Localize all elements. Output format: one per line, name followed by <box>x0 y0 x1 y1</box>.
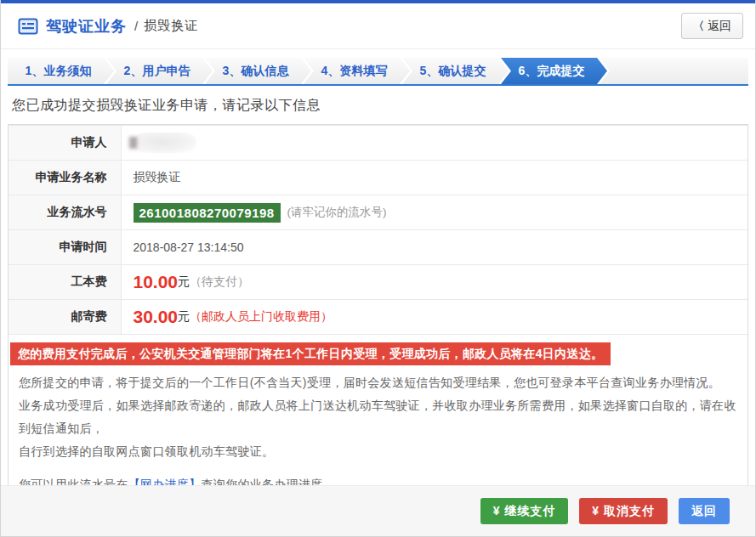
postage-fee-value: 30.00元（邮政人员上门收取费用） <box>121 300 747 335</box>
business-name-value: 损毁换证 <box>121 161 747 195</box>
table-row-business-name: 申请业务名称 损毁换证 <box>9 161 747 195</box>
notice-banner: 您的费用支付完成后，公安机关交通管理部门将在1个工作日内受理，受理成功后，邮政人… <box>10 342 611 365</box>
serial-number-badge: 261001808270079198 <box>134 203 281 223</box>
table-row-serial-number: 业务流水号 261001808270079198 (请牢记你的流水号) <box>9 195 747 230</box>
production-fee-note: （待支付） <box>190 274 249 288</box>
apply-time-label: 申请时间 <box>9 230 121 265</box>
table-row-postage-fee: 邮寄费 30.00元（邮政人员上门收取费用） <box>9 300 747 335</box>
cancel-pay-button[interactable]: ¥ 取消支付 <box>579 498 668 524</box>
result-info-box: 申请人 申请业务名称 损毁换证 业务流水号 261001808270079198… <box>8 124 748 509</box>
step-3-confirm-info: 3、确认信息 <box>205 58 311 84</box>
step-wizard-filler <box>600 58 748 84</box>
serial-number-value: 261001808270079198 (请牢记你的流水号) <box>121 195 747 230</box>
chevron-left-icon: 〈 <box>693 19 704 34</box>
back-button-top[interactable]: 〈 返回 <box>681 13 743 39</box>
production-fee-amount: 10.00 <box>134 272 179 291</box>
notice-banner-wrap: 您的费用支付完成后，公安机关交通管理部门将在1个工作日内受理，受理成功后，邮政人… <box>9 335 747 365</box>
section-title: 驾驶证业务 <box>46 16 127 37</box>
step-6-complete-submit: 6、完成提交 <box>501 58 607 84</box>
postage-fee-amount: 30.00 <box>134 307 179 326</box>
table-row-applicant: 申请人 <box>9 126 747 161</box>
continue-pay-button[interactable]: ¥ 继续支付 <box>480 498 569 524</box>
production-fee-value: 10.00元（待支付） <box>121 265 747 300</box>
apply-time-value: 2018-08-27 13:14:50 <box>121 230 747 265</box>
applicant-label: 申请人 <box>9 126 121 161</box>
serial-number-label: 业务流水号 <box>9 195 121 230</box>
production-fee-label: 工本费 <box>9 265 121 300</box>
step-1-business-notice: 1、业务须知 <box>8 58 114 84</box>
license-card-icon <box>18 18 38 35</box>
instruction-paragraph: 您所提交的申请，将于提交后的一个工作日(不含当天)受理，届时会发送短信告知受理结… <box>19 371 737 394</box>
production-fee-unit: 元 <box>178 274 190 288</box>
instruction-paragraph: 自行到选择的自取网点窗口领取机动车驾驶证。 <box>19 440 737 463</box>
back-button-bottom[interactable]: 返回 <box>679 498 730 524</box>
breadcrumb-separator: / <box>134 19 138 33</box>
header: 驾驶证业务 / 损毁换证 〈 返回 <box>1 3 755 49</box>
applicant-name-redacted <box>134 133 196 153</box>
breadcrumb: 驾驶证业务 / 损毁换证 <box>18 16 198 37</box>
footer-action-bar: ¥ 继续支付 ¥ 取消支付 返回 <box>1 485 755 536</box>
page-title: 损毁换证 <box>144 18 198 34</box>
applicant-value <box>121 126 747 161</box>
table-row-apply-time: 申请时间 2018-08-27 13:14:50 <box>9 230 747 265</box>
postage-fee-label: 邮寄费 <box>9 300 121 335</box>
application-info-table: 申请人 申请业务名称 损毁换证 业务流水号 261001808270079198… <box>9 125 747 335</box>
step-wizard: 1、业务须知 2、用户申告 3、确认信息 4、资料填写 5、确认提交 6、完成提… <box>8 58 748 86</box>
serial-number-note: (请牢记你的流水号) <box>287 206 387 218</box>
back-button-top-label: 返回 <box>708 19 731 34</box>
success-message: 您已成功提交损毁换证业务申请，请记录以下信息 <box>1 86 755 124</box>
step-5-confirm-submit: 5、确认提交 <box>402 58 509 84</box>
step-4-fill-materials: 4、资料填写 <box>304 58 410 84</box>
step-2-user-declaration: 2、用户申告 <box>106 58 213 84</box>
instruction-paragraph: 业务成功受理后，如果选择邮政寄递的，邮政人员将上门送达机动车驾驶证，并收取办理业… <box>19 394 737 440</box>
postage-fee-unit: 元 <box>178 309 190 323</box>
page: 驾驶证业务 / 损毁换证 〈 返回 1、业务须知 2、用户申告 3、确认信息 4… <box>0 0 756 537</box>
business-name-label: 申请业务名称 <box>9 161 121 195</box>
table-row-production-fee: 工本费 10.00元（待支付） <box>9 265 747 300</box>
postage-fee-note: （邮政人员上门收取费用） <box>190 309 333 323</box>
